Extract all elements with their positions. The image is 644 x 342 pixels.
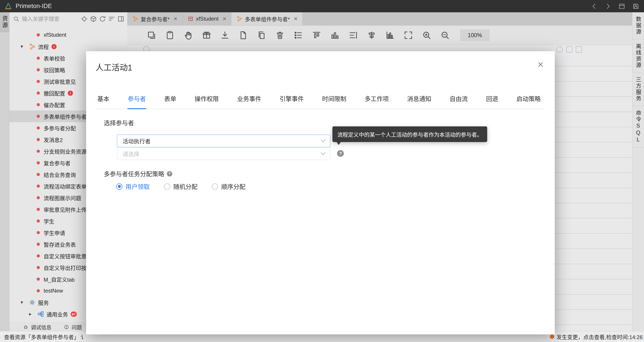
right-panel-tab-label: 三方服务 xyxy=(634,77,642,102)
resource-dot-icon xyxy=(37,231,40,234)
tree-item-label: xfStudent xyxy=(44,32,66,38)
zoom-out-icon[interactable] xyxy=(440,30,450,40)
resource-dot-icon xyxy=(37,278,40,281)
dialog-tab[interactable]: 引擎事件 xyxy=(280,94,304,109)
tree-item-label: 暂存进业务表 xyxy=(44,240,76,248)
right-panel-tab[interactable]: 命令SQL xyxy=(632,106,644,148)
editor-tab[interactable]: 复合参与者*× xyxy=(127,12,182,25)
nav-back-icon[interactable] xyxy=(590,2,598,10)
editor-toolbar: 100% xyxy=(127,26,632,45)
tab-close-icon[interactable]: × xyxy=(222,16,226,22)
panel-tab-problems[interactable]: 问题 xyxy=(64,323,82,331)
dialog-tab[interactable]: 表单 xyxy=(164,94,176,109)
pan-hand-icon[interactable] xyxy=(183,30,193,40)
indent-right-icon[interactable] xyxy=(348,30,358,40)
zoom-level-select[interactable]: 100% xyxy=(460,30,490,41)
window-icon[interactable] xyxy=(618,2,626,10)
strategy-radio[interactable]: 顺序分配 xyxy=(212,182,246,191)
help-icon[interactable]: ? xyxy=(167,171,172,176)
collapse-all-icon[interactable] xyxy=(108,15,116,22)
right-panel-tab[interactable]: 三方服务 xyxy=(632,73,644,106)
chevron-down-icon[interactable]: ▾ xyxy=(20,300,29,305)
tab-close-icon[interactable]: × xyxy=(294,16,298,22)
document-icon[interactable] xyxy=(238,30,248,40)
dialog-tab[interactable]: 启动策略 xyxy=(516,94,541,109)
tree-item-label: 撤回配置 xyxy=(44,89,65,97)
participant-type-select[interactable]: 活动执行者 xyxy=(117,135,330,147)
tree-item-label: 流程活动绑定表单 xyxy=(44,182,86,190)
dialog-tab[interactable]: 时间限制 xyxy=(322,94,346,109)
tree-item-label: 发消息2 xyxy=(44,136,63,144)
fit-screen-icon[interactable] xyxy=(403,30,414,40)
right-panel-tab[interactable]: 离线资源 xyxy=(632,39,644,73)
dialog-tab[interactable]: 操作权限 xyxy=(194,94,219,109)
activity-tab-resources[interactable]: 资源 xyxy=(0,12,9,32)
resource-dot-icon xyxy=(37,266,40,269)
dialog-tab[interactable]: 消息通知 xyxy=(407,94,431,109)
zoom-in-icon[interactable] xyxy=(422,30,432,40)
right-panel-tab-label: 命令SQL xyxy=(634,110,642,144)
resource-dot-icon xyxy=(37,150,40,153)
resource-dot-icon xyxy=(37,92,40,94)
align-center-icon[interactable] xyxy=(367,30,377,40)
dialog-tab[interactable]: 业务事件 xyxy=(237,94,261,109)
right-panel-tab[interactable]: 数据源 xyxy=(632,12,644,39)
tooltip-text: 流程定义中的某一个人工活动的参与者作为本活动的参与者。 xyxy=(337,130,482,138)
strategy-radio[interactable]: 用户领取 xyxy=(116,182,150,191)
gift-icon[interactable] xyxy=(202,30,212,40)
participant-value-select[interactable]: 请选择 xyxy=(117,148,330,160)
refresh-icon[interactable] xyxy=(99,15,106,22)
tree-item[interactable]: xfStudent xyxy=(10,29,127,41)
radio-icon xyxy=(164,184,170,190)
copy-icon[interactable] xyxy=(256,30,267,40)
dialog-tab[interactable]: 多工作项 xyxy=(364,94,389,109)
chevron-right-icon[interactable]: ▸ xyxy=(29,311,37,317)
duplicate-icon[interactable] xyxy=(146,30,156,40)
tree-item-label: 表单校验 xyxy=(44,54,65,62)
clipboard-icon[interactable] xyxy=(165,30,175,40)
outline-icon[interactable] xyxy=(293,30,303,40)
nav-forward-icon[interactable] xyxy=(604,2,612,10)
help-icon[interactable]: ? xyxy=(337,150,344,157)
editor-tab-label: 多表单组件参与者* xyxy=(245,15,290,23)
dialog-tab[interactable]: 自由流 xyxy=(450,94,468,109)
columns-icon[interactable] xyxy=(330,30,340,40)
locate-icon[interactable] xyxy=(80,15,88,22)
editor-tab[interactable]: xfStudent× xyxy=(182,12,232,25)
tree-item-label: 自定义按钮审批意见 xyxy=(44,252,92,260)
panel-tab-debug[interactable]: 调试信息 xyxy=(23,323,52,331)
dialog-tab[interactable]: 回退 xyxy=(486,94,498,109)
problems-icon xyxy=(64,324,69,330)
radio-dot xyxy=(118,185,121,188)
search-input[interactable] xyxy=(22,16,78,22)
resource-dot-icon xyxy=(37,68,40,71)
tree-item-label: 分支规则业务资源 xyxy=(44,148,86,155)
tab-close-icon[interactable]: × xyxy=(174,16,177,22)
delete-icon[interactable] xyxy=(275,30,285,40)
save-icon[interactable] xyxy=(632,2,640,10)
status-change-notice[interactable]: 发生变更，点击查看,检查时间:14:26 xyxy=(550,333,643,341)
resource-dot-icon xyxy=(37,80,40,83)
flow-icon xyxy=(132,16,138,22)
service-icon xyxy=(37,310,44,318)
error-badge: 67 xyxy=(71,312,77,317)
participant-type-value: 活动执行者 xyxy=(122,137,150,145)
chevron-down-icon[interactable]: ▾ xyxy=(20,44,29,50)
histogram-icon[interactable] xyxy=(385,30,395,40)
align-top-icon[interactable] xyxy=(312,30,322,40)
dialog-tab[interactable]: 参与者 xyxy=(128,94,146,109)
download-icon[interactable] xyxy=(220,30,230,40)
resource-dot-icon xyxy=(37,254,40,258)
dialog-tab[interactable]: 基本 xyxy=(97,94,110,109)
resource-dot-icon xyxy=(37,56,40,60)
editor-tab[interactable]: 多表单组件参与者*× xyxy=(231,12,303,25)
strategy-radio[interactable]: 随机分配 xyxy=(164,182,198,191)
tree-item-label: 服务 xyxy=(38,298,49,306)
resource-dot-icon xyxy=(37,184,40,188)
package-icon[interactable] xyxy=(90,15,97,22)
dialog-close-icon[interactable]: × xyxy=(538,59,544,70)
tree-item[interactable]: ▾流程! xyxy=(10,41,127,52)
split-panels-icon[interactable] xyxy=(117,15,124,22)
tree-item-label: 多表单组件参与者 xyxy=(44,112,86,120)
error-badge: ! xyxy=(68,90,73,96)
